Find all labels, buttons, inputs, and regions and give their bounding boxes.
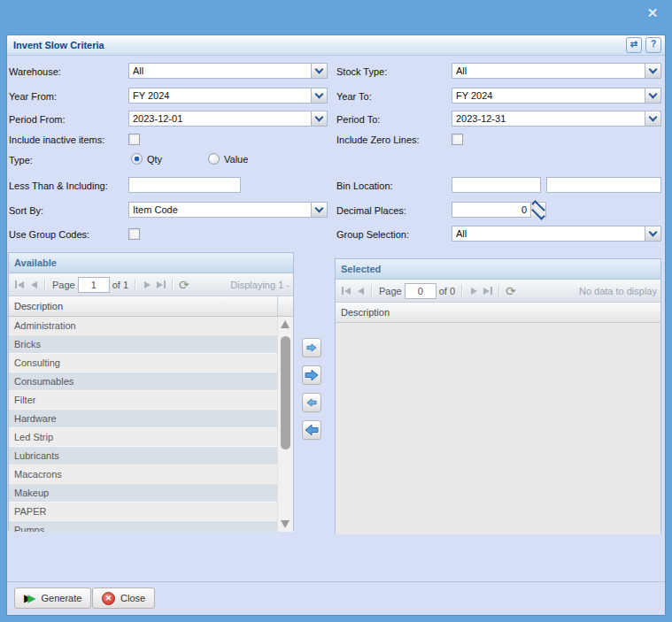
chevron-down-icon[interactable] — [311, 203, 327, 217]
radio-icon[interactable] — [131, 153, 143, 165]
help-icon[interactable]: ? — [645, 37, 661, 53]
previous-page-icon[interactable] — [353, 284, 367, 298]
bin-location-field-2[interactable] — [546, 177, 661, 193]
selected-pager: Page of 0 ⟳ No data to display — [336, 280, 660, 303]
arrow-left-icon — [306, 398, 317, 407]
list-item[interactable]: Led Strip — [9, 428, 278, 447]
list-item[interactable]: Consulting — [9, 354, 278, 372]
bin-location-input-1[interactable] — [452, 178, 540, 192]
arrow-left-icon — [305, 424, 319, 436]
include-inactive-checkbox[interactable] — [128, 134, 140, 145]
stock-type-combobox[interactable] — [452, 63, 661, 79]
screen: { "icons": { "window_close": "✕", "heade… — [0, 0, 672, 622]
type-radio-qty[interactable]: Qty — [131, 153, 162, 165]
chevron-down-icon[interactable] — [311, 111, 327, 126]
page-number-input[interactable] — [405, 283, 436, 299]
refresh-icon[interactable]: ⟳ — [179, 279, 189, 291]
list-item[interactable]: Lubricants — [9, 447, 278, 465]
group-selection-label: Group Selection: — [336, 229, 409, 240]
close-icon[interactable]: ✕ — [645, 5, 660, 21]
chevron-down-icon[interactable] — [645, 88, 660, 103]
type-option-value-label: Value — [224, 154, 248, 165]
period-to-label: Period To: — [336, 114, 380, 125]
use-group-codes-label: Use Group Codes: — [9, 229, 89, 240]
invent-slow-criteria-dialog: Invent Slow Criteria ⇄ ? Warehouse: Stoc… — [7, 35, 665, 615]
type-radio-value[interactable]: Value — [208, 153, 248, 165]
scrollbar-thumb[interactable] — [281, 336, 290, 449]
last-page-icon[interactable] — [154, 278, 168, 292]
period-from-value[interactable] — [129, 111, 311, 126]
dialog-header: Invent Slow Criteria ⇄ ? — [7, 35, 665, 56]
description-column-header[interactable]: Description — [9, 301, 277, 311]
decimal-places-spinner[interactable] — [452, 202, 546, 218]
move-left-button[interactable] — [302, 393, 321, 412]
period-to-value[interactable] — [452, 111, 645, 126]
use-group-codes-checkbox[interactable] — [128, 228, 140, 240]
available-panel-title: Available — [9, 257, 57, 268]
year-to-value[interactable] — [452, 88, 645, 103]
chevron-down-icon[interactable] — [645, 227, 660, 241]
last-page-icon[interactable] — [481, 284, 495, 298]
previous-page-icon[interactable] — [27, 278, 41, 292]
selected-grid-body — [336, 323, 660, 534]
chevron-down-icon[interactable] — [645, 111, 660, 126]
next-page-icon[interactable] — [140, 278, 154, 292]
selected-panel-header: Selected — [336, 259, 660, 280]
warehouse-value[interactable] — [129, 64, 311, 78]
chevron-down-icon[interactable] — [311, 88, 327, 103]
refresh-icon[interactable]: ⟳ — [506, 285, 516, 297]
scroll-down-icon[interactable] — [281, 520, 290, 528]
chevron-down-icon[interactable] — [311, 64, 327, 78]
available-grid-header[interactable]: Description — [9, 296, 293, 317]
period-from-combobox[interactable] — [128, 111, 328, 127]
next-page-icon[interactable] — [467, 284, 481, 298]
arrow-right-icon — [306, 343, 317, 352]
list-item[interactable]: Filter — [9, 391, 278, 410]
decimal-places-input[interactable] — [452, 203, 530, 217]
move-right-button[interactable] — [302, 338, 321, 357]
list-item[interactable]: Consumables — [9, 372, 278, 391]
dialog-title: Invent Slow Criteria — [7, 40, 626, 50]
generate-button[interactable]: ▶▶ Generate — [14, 587, 91, 609]
list-item[interactable]: Macacrons — [9, 465, 278, 484]
available-panel: Available Page of 1 ⟳ Displaying 1 - Des… — [8, 252, 294, 531]
selected-grid-header[interactable]: Description — [336, 303, 660, 323]
include-zero-checkbox[interactable] — [452, 134, 463, 145]
description-column-header[interactable]: Description — [336, 307, 660, 318]
less-than-field[interactable] — [128, 177, 241, 193]
less-than-input[interactable] — [129, 178, 240, 192]
warehouse-combobox[interactable] — [128, 63, 328, 79]
list-item[interactable]: Makeup — [9, 484, 278, 503]
move-all-left-button[interactable] — [302, 420, 321, 440]
list-item[interactable]: PAPER — [9, 503, 278, 521]
list-item[interactable]: Hardware — [9, 410, 278, 428]
list-item[interactable]: Pumps — [9, 521, 278, 532]
refresh-icon[interactable]: ⇄ — [626, 37, 642, 53]
page-label: Page — [52, 280, 75, 290]
chevron-down-icon[interactable] — [645, 64, 660, 78]
period-to-combobox[interactable] — [452, 111, 661, 127]
year-from-value[interactable] — [129, 88, 311, 103]
first-page-icon[interactable] — [12, 278, 27, 292]
close-button[interactable]: ✕ Close — [92, 587, 155, 609]
page-count-label: of 1 — [112, 280, 128, 290]
column-spacer — [277, 296, 293, 316]
scroll-up-icon[interactable] — [281, 320, 290, 328]
sort-by-value[interactable] — [129, 203, 311, 217]
year-from-label: Year From: — [9, 91, 57, 102]
list-item[interactable]: Bricks — [9, 335, 278, 354]
year-from-combobox[interactable] — [128, 88, 328, 104]
first-page-icon[interactable] — [339, 284, 353, 298]
move-all-right-button[interactable] — [302, 365, 321, 385]
radio-icon[interactable] — [208, 153, 220, 165]
year-to-combobox[interactable] — [452, 88, 661, 104]
bin-location-field-1[interactable] — [452, 177, 541, 193]
stock-type-value[interactable] — [452, 64, 645, 78]
scrollbar[interactable] — [277, 317, 293, 532]
group-selection-value[interactable] — [452, 227, 645, 241]
list-item[interactable]: Administration — [9, 317, 278, 335]
sort-by-combobox[interactable] — [128, 202, 328, 218]
group-selection-combobox[interactable] — [452, 226, 661, 242]
page-number-input[interactable] — [78, 277, 110, 293]
bin-location-input-2[interactable] — [547, 178, 660, 192]
